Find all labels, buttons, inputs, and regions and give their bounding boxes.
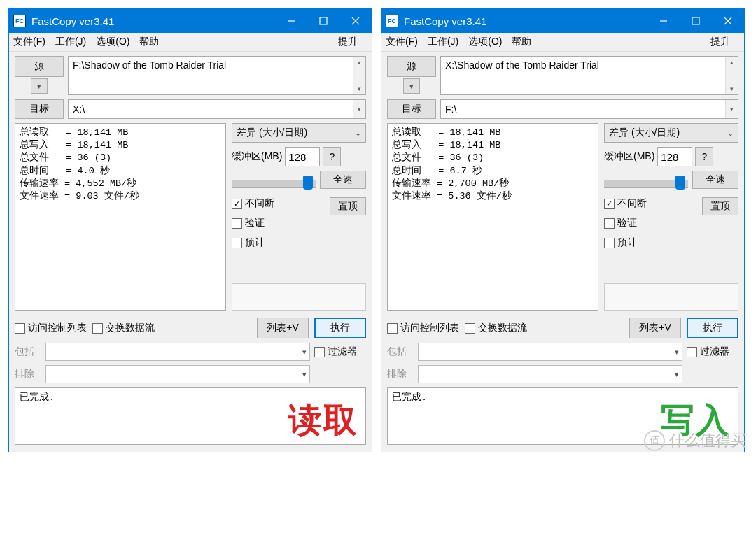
target-dropdown[interactable]: ▾	[725, 100, 738, 118]
close-button[interactable]	[712, 9, 744, 33]
include-label: 包括	[387, 345, 414, 358]
buffer-input[interactable]	[285, 147, 320, 166]
window-title: FastCopy ver3.41	[31, 15, 275, 27]
verify-checkbox[interactable]: 验证	[232, 217, 274, 229]
chevron-down-icon: ▾	[410, 82, 414, 91]
source-button[interactable]: 源	[387, 56, 436, 77]
titlebar[interactable]: FC FastCopy ver3.41	[382, 9, 744, 33]
target-input[interactable]	[441, 100, 725, 118]
acl-checkbox[interactable]: 访问控制列表	[15, 322, 87, 334]
buffer-help-button[interactable]: ?	[695, 147, 713, 166]
ontop-button[interactable]: 置顶	[702, 197, 738, 215]
altstream-checkbox[interactable]: 交换数据流	[92, 322, 155, 334]
mode-select[interactable]: 差异 (大小/日期) ⌄	[232, 123, 366, 143]
menu-job[interactable]: 工作(J)	[428, 36, 458, 48]
mode-select-label: 差异 (大小/日期)	[237, 127, 307, 139]
slider-thumb-icon[interactable]	[303, 176, 313, 190]
app-icon: FC	[13, 15, 26, 27]
exclude-combo[interactable]: ▾	[418, 365, 682, 383]
speed-slider[interactable]	[232, 173, 316, 188]
mode-select-label: 差异 (大小/日期)	[609, 127, 680, 139]
menu-boost[interactable]: 提升	[338, 36, 358, 48]
menubar: 文件(F) 工作(J) 选项(O) 帮助 提升	[9, 33, 372, 52]
close-button[interactable]	[340, 9, 372, 33]
buffer-help-button[interactable]: ?	[323, 147, 341, 166]
stats-output: 总读取 = 18,141 MB 总写入 = 18,141 MB 总文件 = 36…	[15, 123, 226, 311]
buffer-label: 缓冲区(MB)	[232, 150, 282, 163]
svg-rect-1	[320, 17, 327, 24]
target-button[interactable]: 目标	[15, 99, 64, 119]
right-panel: 差异 (大小/日期) ⌄ 缓冲区(MB) ? 全速	[232, 123, 366, 311]
spacer-box	[232, 283, 366, 311]
minimize-button[interactable]	[648, 9, 680, 33]
source-input[interactable]	[441, 57, 725, 94]
minimize-button[interactable]	[275, 9, 307, 33]
source-scrollbar[interactable]: ▴▾	[725, 57, 738, 94]
source-history-dropdown[interactable]: ▾	[31, 78, 48, 94]
target-input-wrap: ▾	[440, 99, 738, 119]
menu-help[interactable]: 帮助	[512, 36, 531, 48]
source-input[interactable]	[69, 57, 353, 94]
menu-file[interactable]: 文件(F)	[13, 36, 46, 48]
menu-help[interactable]: 帮助	[139, 36, 159, 48]
target-input[interactable]	[69, 100, 353, 118]
spacer-box	[604, 283, 738, 311]
maximize-button[interactable]	[307, 9, 340, 33]
exclude-combo[interactable]: ▾	[46, 365, 310, 383]
source-history-dropdown[interactable]: ▾	[403, 78, 420, 94]
chevron-down-icon: ⌄	[355, 129, 361, 138]
svg-rect-5	[692, 17, 699, 24]
estimate-checkbox[interactable]: 预计	[604, 236, 647, 249]
filter-checkbox[interactable]: 过滤器	[687, 343, 738, 361]
menu-job[interactable]: 工作(J)	[55, 36, 86, 48]
right-panel: 差异 (大小/日期) ⌄ 缓冲区(MB) ? 全速	[604, 123, 738, 311]
source-input-wrap: ▴▾	[68, 56, 366, 95]
client-area: 源 ▾ ▴▾ 目标 ▾ 总读取 = 18,141 MB 总写入 = 18,141…	[9, 52, 372, 452]
menubar: 文件(F) 工作(J) 选项(O) 帮助 提升	[382, 33, 744, 52]
menu-options[interactable]: 选项(O)	[96, 36, 130, 48]
menu-file[interactable]: 文件(F)	[386, 36, 418, 48]
target-input-wrap: ▾	[68, 99, 366, 119]
buffer-input[interactable]	[657, 147, 692, 166]
acl-checkbox[interactable]: 访问控制列表	[387, 322, 459, 334]
verify-checkbox[interactable]: 验证	[604, 217, 647, 229]
list-button[interactable]: 列表+V	[257, 318, 309, 338]
menu-boost[interactable]: 提升	[710, 36, 730, 48]
ontop-button[interactable]: 置顶	[330, 197, 366, 215]
filter-checkbox[interactable]: 过滤器	[314, 343, 366, 361]
window-title: FastCopy ver3.41	[404, 15, 648, 27]
slider-thumb-icon[interactable]	[676, 176, 685, 190]
window-right: FC FastCopy ver3.41 文件(F) 工作(J) 选项(O) 帮助…	[381, 8, 745, 452]
include-combo[interactable]: ▾	[46, 343, 310, 361]
chevron-down-icon: ⌄	[727, 129, 734, 138]
list-button[interactable]: 列表+V	[629, 318, 681, 338]
source-input-wrap: ▴▾	[440, 56, 738, 95]
target-dropdown[interactable]: ▾	[353, 100, 365, 118]
target-button[interactable]: 目标	[387, 99, 436, 119]
nonstop-checkbox[interactable]: ✓不间断	[232, 197, 274, 210]
fullspeed-button[interactable]: 全速	[692, 171, 738, 189]
mode-select[interactable]: 差异 (大小/日期) ⌄	[604, 123, 738, 143]
buffer-label: 缓冲区(MB)	[604, 150, 654, 163]
titlebar[interactable]: FC FastCopy ver3.41	[9, 9, 372, 33]
maximize-button[interactable]	[680, 9, 712, 33]
exclude-label: 排除	[15, 368, 41, 380]
altstream-checkbox[interactable]: 交换数据流	[465, 322, 527, 334]
execute-button[interactable]: 执行	[687, 318, 738, 338]
include-combo[interactable]: ▾	[418, 343, 682, 361]
nonstop-checkbox[interactable]: ✓不间断	[604, 197, 647, 210]
fullspeed-button[interactable]: 全速	[320, 171, 366, 189]
menu-options[interactable]: 选项(O)	[468, 36, 502, 48]
execute-button[interactable]: 执行	[314, 318, 366, 338]
app-icon: FC	[386, 15, 398, 27]
speed-slider[interactable]	[604, 173, 688, 188]
log-output: 已完成. 读取	[15, 387, 366, 445]
log-output: 已完成. 写入	[387, 387, 738, 445]
estimate-checkbox[interactable]: 预计	[232, 236, 274, 249]
source-scrollbar[interactable]: ▴▾	[353, 57, 365, 94]
chevron-down-icon: ▾	[37, 82, 41, 91]
window-left: FC FastCopy ver3.41 文件(F) 工作(J) 选项(O) 帮助…	[8, 8, 372, 452]
overlay-label-write: 写入	[661, 398, 731, 443]
overlay-label-read: 读取	[288, 398, 358, 443]
source-button[interactable]: 源	[15, 56, 64, 77]
